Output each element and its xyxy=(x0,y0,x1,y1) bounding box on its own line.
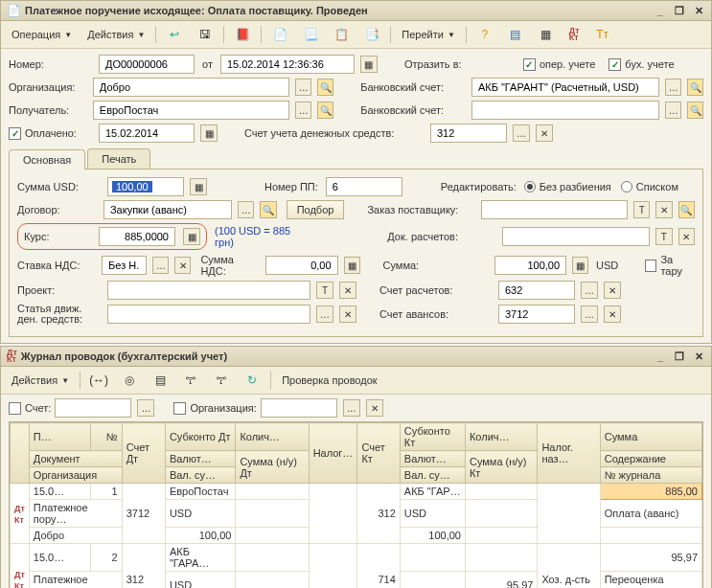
cash-clear-icon[interactable]: ✕ xyxy=(536,124,553,142)
order-t-icon[interactable]: T xyxy=(633,201,650,218)
org-filter-checkbox[interactable]: Организация: xyxy=(173,402,256,415)
book-icon[interactable]: 📕 xyxy=(228,24,257,45)
funnel-icon[interactable]: 🝖 xyxy=(176,370,205,391)
account-filter-input[interactable] xyxy=(55,398,131,418)
pick-button[interactable]: Подбор xyxy=(287,200,345,219)
bank-account-input[interactable] xyxy=(471,78,659,97)
journal-actions-menu[interactable]: Действия▼ xyxy=(5,372,76,389)
tree-icon[interactable]: ▦ xyxy=(532,24,561,45)
cash-ellipsis-icon[interactable]: … xyxy=(513,124,530,142)
close-button[interactable]: ✕ xyxy=(692,4,705,17)
bank-account2-input[interactable] xyxy=(471,101,659,120)
restore-button[interactable]: ❐ xyxy=(673,4,686,17)
org-filter-ellipsis-icon[interactable]: … xyxy=(343,399,360,417)
org-search-icon[interactable]: 🔍 xyxy=(317,79,333,96)
sum-usd-input[interactable]: 100,00 xyxy=(107,177,184,196)
journal-grid[interactable]: П… № Счет Дт Субконто Дт Колич… Налог… С… xyxy=(9,421,703,588)
tab-print[interactable]: Печать xyxy=(87,148,150,169)
list-icon[interactable]: ▤ xyxy=(501,24,530,45)
dk-icon[interactable]: Дт Кт xyxy=(563,25,586,44)
rate-input[interactable] xyxy=(99,227,175,246)
calc-icon[interactable]: ▦ xyxy=(190,178,207,195)
account-filter-ellipsis-icon[interactable]: … xyxy=(137,399,154,417)
bank1-ellipsis-icon[interactable]: … xyxy=(665,79,681,96)
acccalc-ellipsis-icon[interactable]: … xyxy=(581,282,598,299)
sum-input[interactable] xyxy=(494,256,566,275)
filter-icon[interactable]: ▤ xyxy=(146,370,174,391)
cash-account-input[interactable] xyxy=(430,124,507,143)
tab-main[interactable]: Основная xyxy=(9,149,85,170)
acc-advance-input[interactable] xyxy=(498,305,575,324)
oper-account-checkbox[interactable]: ✓опер. учете xyxy=(523,58,595,71)
help-icon[interactable]: ? xyxy=(471,24,499,45)
order-search-icon[interactable]: 🔍 xyxy=(678,201,695,218)
range-icon[interactable]: (↔) xyxy=(84,370,113,391)
radio-list[interactable]: Списком xyxy=(621,181,678,192)
recipient-input[interactable] xyxy=(93,101,290,120)
doc-calc-input[interactable] xyxy=(502,227,650,246)
funnel-off-icon[interactable]: 🝖 xyxy=(207,370,236,391)
rate-calc-icon[interactable]: ▦ xyxy=(183,228,200,245)
refresh-icon[interactable]: ↻ xyxy=(238,370,266,391)
vat-sum-input[interactable] xyxy=(265,256,337,275)
number-input[interactable] xyxy=(99,55,195,74)
goto-menu[interactable]: Перейти▼ xyxy=(395,26,462,43)
vat-rate-input[interactable] xyxy=(102,256,147,275)
acccalc-clear-icon[interactable]: ✕ xyxy=(604,282,621,299)
recipient-ellipsis-icon[interactable]: … xyxy=(295,102,311,119)
recipient-search-icon[interactable]: 🔍 xyxy=(317,102,333,119)
bank2-ellipsis-icon[interactable]: … xyxy=(665,102,681,119)
movements-icon[interactable]: 📋 xyxy=(327,24,356,45)
save-close-icon[interactable]: 🖫 xyxy=(191,24,219,45)
radio-nosplit[interactable]: Без разбиения xyxy=(524,181,611,192)
paid-date-input[interactable] xyxy=(99,124,195,143)
supplier-order-input[interactable] xyxy=(481,200,628,219)
date-input[interactable] xyxy=(220,55,355,74)
post-icon[interactable]: 📄 xyxy=(265,24,294,45)
actions-menu[interactable]: Действия▼ xyxy=(80,26,151,43)
paid-calendar-icon[interactable]: ▦ xyxy=(200,124,218,142)
journal-restore-button[interactable]: ❐ xyxy=(673,350,686,363)
vat-clear-icon[interactable]: ✕ xyxy=(174,257,191,274)
operation-menu[interactable]: Операция▼ xyxy=(5,26,79,43)
journal-close-button[interactable]: ✕ xyxy=(692,350,705,363)
project-clear-icon[interactable]: ✕ xyxy=(339,282,356,299)
bank1-search-icon[interactable]: 🔍 xyxy=(687,79,703,96)
vatsum-calc-icon[interactable]: ▦ xyxy=(344,257,360,274)
table-row[interactable]: Дт Кт 15.0… 2 312 АКБ "ГАРА… 714 Хоз. д-… xyxy=(11,544,702,572)
doccalc-t-icon[interactable]: T xyxy=(655,228,672,245)
for-container-checkbox[interactable]: За тару xyxy=(645,254,695,277)
bank2-search-icon[interactable]: 🔍 xyxy=(687,102,703,119)
print-movements-icon[interactable]: 📑 xyxy=(357,24,386,45)
tt-icon[interactable]: Тт xyxy=(588,24,617,45)
table-row[interactable]: Дт Кт 15.0… 1 3712 ЕвроПостач 312 АКБ "Г… xyxy=(11,484,702,500)
check-entries-button[interactable]: Проверка проводок xyxy=(275,372,383,389)
organization-input[interactable] xyxy=(93,78,290,97)
acc-account-checkbox[interactable]: ✓бух. учете xyxy=(609,58,674,71)
calendar-icon[interactable]: ▦ xyxy=(360,56,378,73)
contract-ellipsis-icon[interactable]: … xyxy=(238,201,254,218)
vat-ellipsis-icon[interactable]: … xyxy=(152,257,169,274)
account-filter-checkbox[interactable]: Счет: xyxy=(9,402,51,415)
journal-min-button[interactable]: _ xyxy=(654,350,667,363)
cashflow-clear-icon[interactable]: ✕ xyxy=(339,305,356,323)
accadv-ellipsis-icon[interactable]: … xyxy=(581,305,598,323)
contract-input[interactable] xyxy=(103,200,232,219)
sum-calc-icon[interactable]: ▦ xyxy=(572,257,588,274)
cashflow-input[interactable] xyxy=(107,305,310,324)
accadv-clear-icon[interactable]: ✕ xyxy=(604,305,621,323)
acc-calc-input[interactable] xyxy=(498,281,575,300)
cashflow-ellipsis-icon[interactable]: … xyxy=(316,305,333,323)
contract-search-icon[interactable]: 🔍 xyxy=(260,201,276,218)
unpost-icon[interactable]: 📃 xyxy=(296,24,325,45)
find-icon[interactable]: ◎ xyxy=(115,370,144,391)
run-icon[interactable]: ↩ xyxy=(160,24,189,45)
order-clear-icon[interactable]: ✕ xyxy=(655,201,672,218)
org-filter-input[interactable] xyxy=(261,398,337,418)
doccalc-clear-icon[interactable]: ✕ xyxy=(678,228,695,245)
pp-number-input[interactable] xyxy=(326,177,402,196)
paid-checkbox[interactable]: ✓Оплачено: xyxy=(9,127,95,140)
project-input[interactable] xyxy=(107,281,310,300)
project-t-icon[interactable]: T xyxy=(316,282,333,299)
minimize-button[interactable]: _ xyxy=(654,4,667,17)
